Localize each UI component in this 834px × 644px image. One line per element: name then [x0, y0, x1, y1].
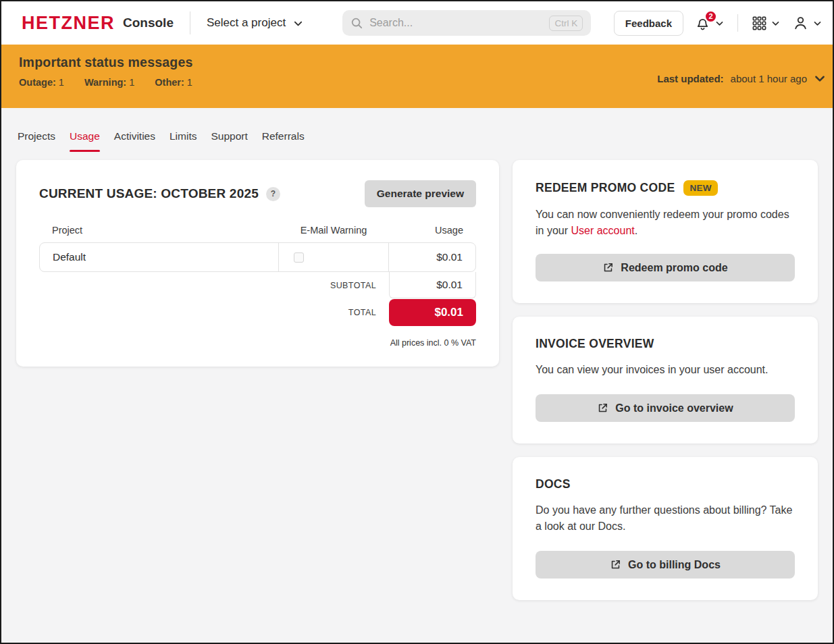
search-input[interactable]: Search... Ctrl K — [342, 10, 591, 36]
tab-support[interactable]: Support — [211, 130, 247, 152]
navbar-divider — [190, 11, 190, 34]
table-row: Default $0.01 — [39, 242, 476, 272]
apps-menu[interactable] — [750, 13, 781, 34]
status-banner-expand[interactable]: Last updated: about 1 hour ago — [657, 72, 826, 84]
project-name-cell[interactable]: Default — [40, 243, 278, 271]
external-link-icon — [602, 262, 614, 273]
search-shortcut-badge: Ctrl K — [549, 16, 583, 31]
header-email-warning: E-Mail Warning — [278, 225, 389, 236]
project-selector[interactable]: Select a project — [207, 16, 303, 30]
tab-referrals[interactable]: Referrals — [262, 130, 305, 152]
promo-card-body: You can now conveniently redeem your pro… — [536, 207, 795, 239]
usage-value-cell: $0.01 — [388, 243, 475, 271]
docs-card: DOCS Do you have any further questions a… — [513, 457, 818, 600]
invoice-card-body: You can view your invoices in your user … — [536, 362, 795, 378]
navbar-divider — [737, 14, 738, 32]
tab-limits[interactable]: Limits — [170, 130, 197, 152]
chevron-down-icon — [814, 72, 826, 84]
subtotal-value: $0.01 — [389, 272, 476, 298]
invoice-overview-card: INVOICE OVERVIEW You can view your invoi… — [513, 317, 818, 444]
docs-card-body: Do you have any further questions about … — [536, 502, 795, 535]
user-icon — [792, 15, 809, 32]
vat-note: All prices incl. 0 % VAT — [39, 338, 476, 348]
last-updated-value: about 1 hour ago — [731, 73, 807, 84]
hetzner-logo[interactable]: HETZNER — [22, 13, 115, 34]
invoice-card-title: INVOICE OVERVIEW — [536, 337, 654, 351]
usage-table-header: Project E-Mail Warning Usage — [39, 225, 476, 242]
tab-projects[interactable]: Projects — [18, 130, 55, 152]
subtotal-row: SUBTOTAL $0.01 — [39, 272, 476, 298]
chevron-down-icon — [813, 19, 822, 28]
last-updated-label: Last updated: — [657, 73, 723, 84]
chevron-down-icon — [293, 18, 303, 28]
redeem-promo-card: REDEEM PROMO CODE NEW You can now conven… — [513, 160, 818, 303]
total-value: $0.01 — [389, 299, 476, 326]
account-tabs: Projects Usage Activities Limits Support… — [18, 130, 833, 152]
help-icon[interactable]: ? — [266, 187, 280, 201]
external-link-icon — [610, 559, 621, 570]
external-link-icon — [597, 402, 608, 414]
status-banner: Important status messages Outage: 1 Warn… — [1, 45, 833, 108]
subtotal-label: SUBTOTAL — [330, 281, 376, 290]
chevron-down-icon — [715, 19, 724, 28]
status-banner-title: Important status messages — [19, 55, 815, 70]
docs-card-title: DOCS — [536, 477, 571, 491]
main-content: CURRENT USAGE: OCTOBER 2025 ? Generate p… — [1, 152, 833, 600]
header-usage: Usage — [389, 225, 476, 236]
invoice-overview-button[interactable]: Go to invoice overview — [536, 394, 795, 422]
user-account-link[interactable]: User account — [571, 225, 634, 236]
redeem-promo-button[interactable]: Redeem promo code — [536, 254, 795, 281]
outage-stat: Outage: 1 — [19, 77, 64, 88]
warning-stat: Warning: 1 — [84, 77, 134, 88]
project-selector-label: Select a project — [207, 16, 286, 30]
usage-table: Project E-Mail Warning Usage Default $0.… — [39, 225, 476, 348]
notifications-menu[interactable]: 2 — [693, 12, 725, 34]
user-account-menu[interactable] — [791, 12, 823, 34]
billing-docs-button[interactable]: Go to billing Docs — [536, 551, 795, 579]
header-project: Project — [39, 225, 278, 236]
feedback-button[interactable]: Feedback — [614, 11, 683, 36]
usage-card-title: CURRENT USAGE: OCTOBER 2025 — [39, 186, 259, 201]
tab-usage[interactable]: Usage — [70, 130, 100, 152]
notification-count-badge: 2 — [704, 10, 717, 23]
tab-activities[interactable]: Activities — [114, 130, 155, 152]
top-navbar: HETZNER Console Select a project Search.… — [1, 1, 833, 45]
generate-preview-button[interactable]: Generate preview — [365, 180, 476, 207]
promo-card-title: REDEEM PROMO CODE — [536, 181, 675, 195]
search-placeholder: Search... — [369, 17, 542, 29]
current-usage-card: CURRENT USAGE: OCTOBER 2025 ? Generate p… — [16, 160, 499, 367]
apps-grid-icon — [752, 16, 767, 31]
other-stat: Other: 1 — [155, 77, 192, 88]
total-label: TOTAL — [348, 308, 376, 317]
console-label: Console — [123, 16, 174, 30]
email-warning-cell — [278, 243, 389, 271]
side-column: REDEEM PROMO CODE NEW You can now conven… — [513, 160, 818, 600]
chevron-down-icon — [771, 19, 780, 28]
search-icon — [350, 17, 363, 29]
navbar-right-group: Feedback 2 — [614, 11, 823, 36]
total-row: TOTAL $0.01 — [39, 299, 476, 326]
email-warning-checkbox[interactable] — [294, 252, 304, 263]
new-badge: NEW — [683, 180, 717, 196]
bell-icon: 2 — [694, 15, 711, 32]
